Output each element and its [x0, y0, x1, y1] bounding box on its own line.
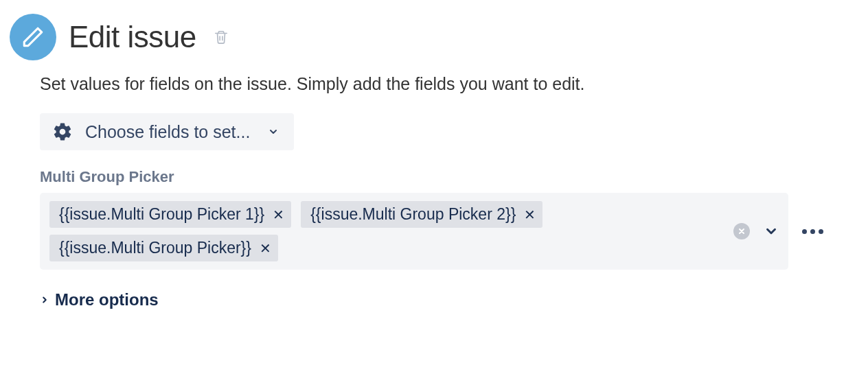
description-text: Set values for fields on the issue. Simp…	[40, 74, 834, 94]
choose-fields-button[interactable]: Choose fields to set...	[40, 113, 294, 150]
tags-container: {{issue.Multi Group Picker 1}} ✕ {{issue…	[49, 201, 710, 261]
tag-label: {{issue.Multi Group Picker 1}}	[59, 205, 264, 224]
more-actions-icon[interactable]	[798, 225, 827, 238]
tag-label: {{issue.Multi Group Picker 2}}	[310, 205, 516, 224]
tag: {{issue.Multi Group Picker 2}} ✕	[301, 201, 542, 228]
expand-dropdown-icon[interactable]	[764, 224, 779, 239]
page-title: Edit issue	[69, 20, 196, 54]
tag-label: {{issue.Multi Group Picker}}	[59, 239, 251, 257]
field-label: Multi Group Picker	[40, 168, 834, 186]
remove-tag-icon[interactable]: ✕	[273, 208, 284, 222]
choose-fields-label: Choose fields to set...	[85, 122, 250, 142]
chevron-right-icon	[40, 295, 49, 305]
header: Edit issue	[10, 14, 854, 60]
gear-icon	[52, 121, 73, 142]
multi-group-picker-input[interactable]: {{issue.Multi Group Picker 1}} ✕ {{issue…	[40, 193, 788, 270]
tag: {{issue.Multi Group Picker}} ✕	[49, 235, 278, 261]
edit-icon	[10, 14, 56, 60]
chevron-down-icon	[268, 126, 279, 137]
clear-all-icon[interactable]	[733, 223, 750, 239]
remove-tag-icon[interactable]: ✕	[260, 242, 271, 255]
remove-tag-icon[interactable]: ✕	[524, 208, 536, 222]
delete-icon[interactable]	[212, 27, 231, 47]
tag: {{issue.Multi Group Picker 1}} ✕	[49, 201, 291, 228]
more-options-toggle[interactable]: More options	[40, 290, 834, 309]
more-options-label: More options	[55, 290, 159, 309]
